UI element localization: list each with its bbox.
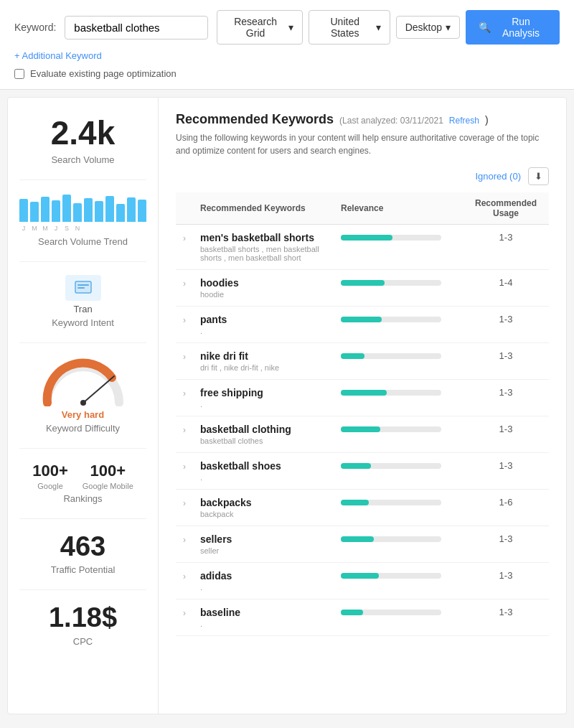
table-row: › backpacks backpack 1-6 <box>176 490 549 526</box>
expand-arrow-icon[interactable]: › <box>183 571 186 582</box>
difficulty-text: Very hard <box>19 409 146 420</box>
expand-cell[interactable]: › <box>176 526 193 563</box>
chevron-down-icon: ▾ <box>446 22 451 33</box>
keyword-difficulty-block: Very hard Keyword Difficulty <box>19 356 146 434</box>
research-grid-dropdown[interactable]: Research Grid ▾ <box>217 10 302 45</box>
keyword-subtags: . <box>200 620 326 628</box>
table-row: › free shipping . 1-3 <box>176 380 549 416</box>
relevance-bar-bg <box>341 353 441 359</box>
relevance-bar-bg <box>341 463 441 469</box>
expand-arrow-icon[interactable]: › <box>183 315 186 325</box>
chevron-down-icon: ▾ <box>288 22 293 33</box>
refresh-link[interactable]: Refresh <box>449 116 479 126</box>
device-dropdown[interactable]: Desktop ▾ <box>396 16 460 39</box>
traffic-block: 463 Traffic Potential <box>19 532 146 576</box>
relevance-cell <box>334 453 463 490</box>
table-row: › basketball clothing basketball clothes… <box>176 416 549 453</box>
relevance-bar-bg <box>341 280 441 286</box>
keyword-subtags: basketball clothes <box>200 437 326 445</box>
keyword-intent-block: Tran Keyword Intent <box>19 275 146 328</box>
ignored-link[interactable]: Ignored (0) <box>475 171 521 182</box>
expand-arrow-icon[interactable]: › <box>183 279 186 289</box>
keyword-subtags: seller <box>200 546 326 555</box>
google-mobile-ranking: 100+ Google Mobile <box>83 462 133 490</box>
usage-cell: 1-3 <box>463 599 549 636</box>
chevron-down-icon: ▾ <box>376 22 381 33</box>
keyword-name-cell: nike dri fit dri fit , nike dri-fit , ni… <box>193 343 334 380</box>
divider-6 <box>19 589 146 590</box>
divider-3 <box>19 342 146 343</box>
keywords-table: Recommended Keywords Relevance Recommend… <box>176 192 549 636</box>
expand-cell[interactable]: › <box>176 599 193 636</box>
keyword-input[interactable] <box>65 16 208 39</box>
relevance-cell <box>334 225 463 270</box>
keyword-name: nike dri fit <box>200 350 326 362</box>
expand-arrow-icon[interactable]: › <box>183 233 186 243</box>
usage-cell: 1-3 <box>463 416 549 453</box>
keyword-name-cell: free shipping . <box>193 380 334 416</box>
expand-cell[interactable]: › <box>176 343 193 380</box>
trend-month-label: M <box>30 225 39 232</box>
col-usage-header: Recommended Usage <box>463 192 549 225</box>
table-row: › nike dri fit dri fit , nike dri-fit , … <box>176 343 549 380</box>
keyword-name: backpacks <box>200 497 326 508</box>
expand-cell[interactable]: › <box>176 225 193 270</box>
expand-arrow-icon[interactable]: › <box>183 425 186 435</box>
table-row: › men's basketball shorts basketball sho… <box>176 225 549 270</box>
keyword-name-cell: basketball shoes . <box>193 453 334 490</box>
keyword-name-cell: baseline . <box>193 599 334 636</box>
additional-keyword-link[interactable]: + Additional Keyword <box>14 50 102 61</box>
google-mobile-label: Google Mobile <box>83 482 133 490</box>
cpc-label: CPC <box>19 636 146 647</box>
difficulty-label: Keyword Difficulty <box>19 423 146 434</box>
evaluate-checkbox[interactable] <box>14 69 24 79</box>
trend-months: JMMJSN <box>19 225 146 232</box>
relevance-bar-bg <box>341 235 441 241</box>
evaluate-row: Evaluate existing page optimization <box>14 68 560 79</box>
expand-cell[interactable]: › <box>176 270 193 307</box>
trend-bar <box>62 195 71 222</box>
rankings-row: 100+ Google 100+ Google Mobile <box>19 462 146 490</box>
country-dropdown[interactable]: United States ▾ <box>309 10 390 45</box>
expand-arrow-icon[interactable]: › <box>183 462 186 472</box>
divider-4 <box>19 448 146 449</box>
keyword-subtags: . <box>200 327 326 335</box>
expand-cell[interactable]: › <box>176 416 193 453</box>
usage-cell: 1-3 <box>463 563 549 599</box>
relevance-bar-fill <box>341 390 387 396</box>
relevance-cell <box>334 270 463 307</box>
expand-cell[interactable]: › <box>176 563 193 599</box>
run-analysis-button[interactable]: 🔍 Run Analysis <box>466 10 560 45</box>
keyword-name-cell: men's basketball shorts basketball short… <box>193 225 334 270</box>
actions-row: Ignored (0) ⬇ <box>176 167 549 185</box>
relevance-bar-bg <box>341 317 441 322</box>
intent-type: Tran <box>19 304 146 314</box>
table-row: › pants . 1-3 <box>176 307 549 343</box>
expand-cell[interactable]: › <box>176 380 193 416</box>
download-button[interactable]: ⬇ <box>528 167 549 185</box>
expand-arrow-icon[interactable]: › <box>183 352 186 362</box>
recommended-description: Using the following keywords in your con… <box>176 131 549 157</box>
trend-bars <box>19 193 146 222</box>
col-expand <box>176 192 193 225</box>
traffic-label: Traffic Potential <box>19 564 146 575</box>
svg-rect-2 <box>77 287 85 289</box>
expand-cell[interactable]: › <box>176 307 193 343</box>
keyword-name: baseline <box>200 607 326 618</box>
expand-arrow-icon[interactable]: › <box>183 608 186 618</box>
relevance-cell <box>334 343 463 380</box>
divider-5 <box>19 518 146 519</box>
recommended-keywords-title: Recommended Keywords <box>176 112 334 127</box>
expand-cell[interactable]: › <box>176 490 193 526</box>
expand-arrow-icon[interactable]: › <box>183 388 186 398</box>
google-value: 100+ <box>32 462 68 480</box>
keyword-name: sellers <box>200 533 326 545</box>
expand-arrow-icon[interactable]: › <box>183 535 186 545</box>
relevance-cell <box>334 307 463 343</box>
search-volume-block: 2.4k Search Volume <box>19 115 146 165</box>
expand-arrow-icon[interactable]: › <box>183 498 186 508</box>
relevance-bar-fill <box>341 317 382 322</box>
expand-cell[interactable]: › <box>176 453 193 490</box>
recommended-keywords-header: Recommended Keywords (Last analyzed: 03/… <box>176 112 549 127</box>
trend-bar <box>127 197 136 222</box>
